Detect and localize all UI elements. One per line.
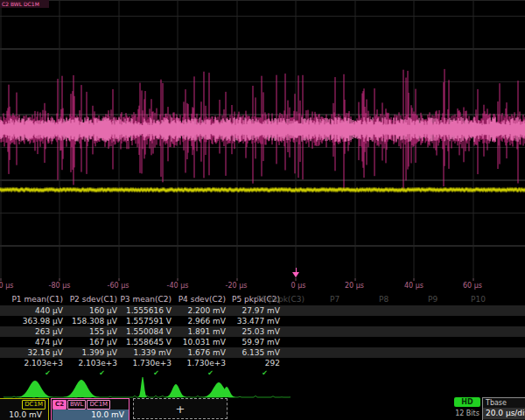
add-trace-button[interactable]: + xyxy=(133,398,228,419)
time-axis-label: 40 µs xyxy=(404,282,424,290)
measure-col-header[interactable]: P1 mean(C1) xyxy=(9,294,63,305)
measure-cell: 1.550084 V xyxy=(117,326,172,337)
time-axis-label: 60 µs xyxy=(463,282,482,290)
waveform-display xyxy=(0,0,525,278)
measure-cell: 1.339 mV xyxy=(117,347,172,358)
channel-descriptor-c2[interactable]: C2BWLDC1M 10.0 mV xyxy=(51,398,130,420)
measure-col-header-unused[interactable]: P10 xyxy=(471,295,486,304)
measure-cell: 263 µV xyxy=(9,326,63,337)
histicon-peak xyxy=(160,384,192,397)
measure-cell: 1.730e+3 xyxy=(117,358,172,368)
c2-bwl-badge: BWL xyxy=(67,400,86,410)
measure-col-header-unused[interactable]: P7 xyxy=(330,295,340,304)
timebase-value: 20.0 µs/div xyxy=(483,408,525,419)
trace-annotation: C2 BWL DC1M xyxy=(0,0,49,8)
measure-col-header-unused[interactable]: P9 xyxy=(428,295,438,304)
measurement-table: P1 mean(C1) P2 sdev(C1) P3 mean(C2) P4 s… xyxy=(0,294,525,378)
histicon-peak xyxy=(55,380,108,397)
measure-row-max: 474 µV 167 µV 1.558645 V 10.031 mV 59.97… xyxy=(0,337,525,347)
time-axis-label: 20 µs xyxy=(345,282,364,290)
measure-cell: 292 xyxy=(226,358,280,368)
measure-cell: 155 µV xyxy=(63,326,117,337)
measure-cell: 474 µV xyxy=(9,337,63,347)
measure-cell: 59.97 mV xyxy=(226,337,280,347)
time-axis-label: -20 µs xyxy=(226,282,248,290)
measure-cell: 6.135 mV xyxy=(226,347,280,358)
hd-mode-badge[interactable]: HD xyxy=(454,397,480,407)
time-axis-label: -80 µs xyxy=(49,282,71,290)
measure-cell: 167 µV xyxy=(63,337,117,347)
c1-scale-value: 10.0 mV xyxy=(0,410,46,420)
measure-col-header-unused[interactable]: P6 pkpk(C3) xyxy=(256,295,304,304)
measure-col-header-unused[interactable]: P8 xyxy=(379,295,388,304)
measure-row-value: 440 µV 160 µV 1.555616 V 2.200 mV 27.97 … xyxy=(0,305,525,316)
measure-row-min: 263 µV 155 µV 1.550084 V 1.891 mV 25.03 … xyxy=(0,326,525,337)
measure-cell: 10.031 mV xyxy=(172,337,226,347)
c1-coupling-badge: DC1M xyxy=(22,400,46,410)
channel-descriptor-c1[interactable]: DC1M 10.0 mV xyxy=(0,398,49,420)
measure-cell: 33.477 mV xyxy=(226,316,280,326)
measure-cell: 440 µV xyxy=(9,305,63,316)
c2-coupling-badge: DC1M xyxy=(87,400,110,410)
measure-cell: 32.16 µV xyxy=(9,347,63,358)
timebase-title: Tbase xyxy=(483,398,525,408)
measure-cell: 1.558645 V xyxy=(117,337,172,347)
measure-cell: 2.200 mV xyxy=(172,305,226,316)
timebase-descriptor[interactable]: Tbase 20.0 µs/div xyxy=(482,397,525,420)
histicon-peak xyxy=(136,377,150,397)
measure-cell: 2.103e+3 xyxy=(63,358,117,368)
measure-cell: 158.308 µV xyxy=(63,316,117,326)
histicon-peak xyxy=(9,381,61,397)
trigger-position-marker[interactable] xyxy=(292,272,299,277)
measure-cell: 363.98 µV xyxy=(9,316,63,326)
measure-row-mean: 363.98 µV 158.308 µV 1.557591 V 2.966 mV… xyxy=(0,316,525,326)
measure-col-header[interactable]: P2 sdev(C1) xyxy=(63,294,117,305)
measure-row-num: 2.103e+3 2.103e+3 1.730e+3 1.730e+3 292 xyxy=(0,358,525,368)
hd-bits-label: 12 Bits xyxy=(450,410,485,417)
graticule: C2 BWL DC1M xyxy=(0,0,525,279)
time-axis-label: -40 µs xyxy=(167,282,189,290)
measure-cell: 1.891 mV xyxy=(172,326,226,337)
time-axis-label: 0 µs xyxy=(291,282,306,290)
measure-col-header[interactable]: P4 sdev(C2) xyxy=(172,294,226,305)
measure-col-header[interactable]: P3 mean(C2) xyxy=(117,294,172,305)
histicon-peak xyxy=(195,382,242,397)
measure-cell: 2.103e+3 xyxy=(9,358,63,368)
time-axis-ticks xyxy=(0,278,525,281)
time-axis-label: -60 µs xyxy=(108,282,130,290)
measure-cell: 1.557591 V xyxy=(117,316,172,326)
measure-cell: 1.676 mV xyxy=(172,347,226,358)
c2-channel-badge: C2 xyxy=(52,400,66,410)
measure-histicons xyxy=(0,376,525,399)
oscilloscope-screen: C2 BWL DC1M -100 µs -80 µs -60 µs -40 µs… xyxy=(0,0,525,420)
time-axis: -100 µs -80 µs -60 µs -40 µs -20 µs 0 µs… xyxy=(0,278,525,293)
measure-cell: 2.966 mV xyxy=(172,316,226,326)
measure-cell: 25.03 mV xyxy=(226,326,280,337)
measure-cell: 160 µV xyxy=(63,305,117,316)
time-axis-label: -100 µs xyxy=(0,282,13,290)
c2-scale-value: 10.0 mV xyxy=(52,410,129,420)
measure-cell: 27.97 mV xyxy=(226,305,280,316)
measure-row-sdev: 32.16 µV 1.399 µV 1.339 mV 1.676 mV 6.13… xyxy=(0,347,525,358)
measure-cell: 1.399 µV xyxy=(63,347,117,358)
measure-cell: 1.730e+3 xyxy=(172,358,226,368)
measure-cell: 1.555616 V xyxy=(117,305,172,316)
